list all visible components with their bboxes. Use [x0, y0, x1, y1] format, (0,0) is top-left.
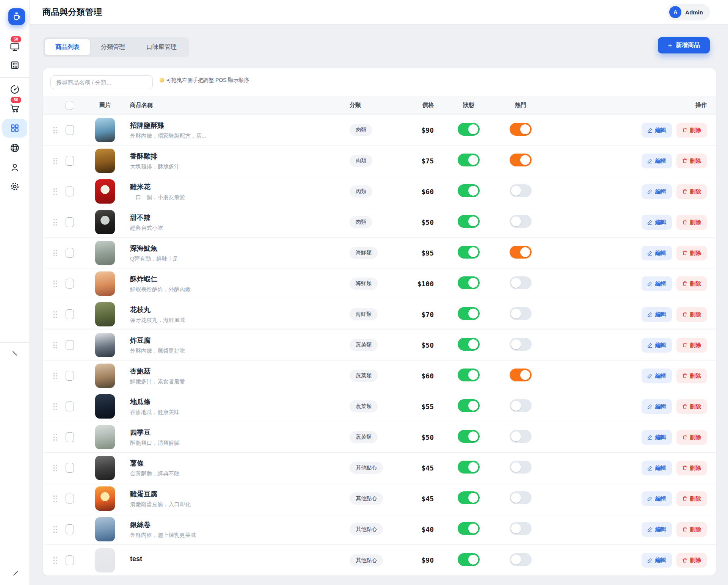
- status-toggle[interactable]: [458, 338, 480, 351]
- row-checkbox[interactable]: [66, 125, 74, 135]
- delete-button[interactable]: 刪除: [676, 491, 707, 506]
- status-toggle[interactable]: [458, 461, 480, 474]
- row-checkbox[interactable]: [66, 309, 74, 319]
- hot-toggle[interactable]: [510, 338, 532, 351]
- hot-toggle[interactable]: [510, 246, 532, 259]
- delete-button[interactable]: 刪除: [676, 215, 707, 230]
- hot-toggle[interactable]: [510, 399, 532, 412]
- tab-product-list[interactable]: 商品列表: [45, 39, 90, 55]
- delete-button[interactable]: 刪除: [676, 522, 707, 537]
- status-toggle[interactable]: [458, 522, 480, 535]
- sidebar-item-account[interactable]: [0, 162, 30, 173]
- status-toggle[interactable]: [458, 154, 480, 166]
- edit-button[interactable]: 編輯: [642, 307, 672, 322]
- delete-button[interactable]: 刪除: [676, 246, 707, 260]
- status-toggle[interactable]: [458, 215, 480, 228]
- delete-button[interactable]: 刪除: [676, 399, 707, 414]
- edit-button[interactable]: 編輯: [642, 276, 672, 291]
- delete-button[interactable]: 刪除: [676, 430, 707, 445]
- delete-button[interactable]: 刪除: [676, 276, 707, 291]
- drag-handle-icon[interactable]: [53, 249, 57, 257]
- drag-handle-icon[interactable]: [53, 157, 57, 165]
- row-checkbox[interactable]: [66, 217, 74, 227]
- status-toggle[interactable]: [458, 184, 480, 197]
- edit-button[interactable]: 編輯: [642, 461, 672, 475]
- tab-category-management[interactable]: 分類管理: [90, 39, 136, 55]
- drag-handle-icon[interactable]: [53, 126, 57, 134]
- edit-button[interactable]: 編輯: [642, 123, 672, 138]
- edit-button[interactable]: 編輯: [642, 369, 672, 383]
- row-checkbox[interactable]: [66, 555, 74, 565]
- sidebar-item-products[interactable]: [2, 119, 27, 138]
- sidebar-item-orders[interactable]: [0, 103, 30, 114]
- hot-toggle[interactable]: [510, 276, 532, 289]
- edit-button[interactable]: 編輯: [642, 399, 672, 414]
- row-checkbox[interactable]: [66, 432, 74, 442]
- edit-button[interactable]: 編輯: [642, 184, 672, 199]
- drag-handle-icon[interactable]: [53, 341, 57, 349]
- hot-toggle[interactable]: [510, 307, 532, 320]
- row-checkbox[interactable]: [66, 402, 74, 411]
- admin-chip[interactable]: A Admin: [667, 4, 710, 20]
- edit-button[interactable]: 編輯: [642, 246, 672, 260]
- row-checkbox[interactable]: [66, 524, 74, 534]
- search-input[interactable]: [50, 75, 153, 89]
- status-toggle[interactable]: [458, 307, 480, 320]
- drag-handle-icon[interactable]: [53, 557, 57, 564]
- row-checkbox[interactable]: [66, 248, 74, 258]
- add-product-button[interactable]: + 新增商品: [658, 37, 710, 53]
- tab-flavor-library[interactable]: 口味庫管理: [136, 39, 187, 55]
- status-toggle[interactable]: [458, 430, 480, 443]
- drag-handle-icon[interactable]: [53, 433, 57, 441]
- row-checkbox[interactable]: [66, 494, 74, 503]
- status-toggle[interactable]: [458, 246, 480, 259]
- drag-handle-icon[interactable]: [53, 372, 57, 380]
- edit-button[interactable]: 編輯: [642, 338, 672, 353]
- hot-toggle[interactable]: [510, 461, 532, 474]
- hot-toggle[interactable]: [510, 522, 532, 535]
- drag-handle-icon[interactable]: [53, 280, 57, 287]
- status-toggle[interactable]: [458, 399, 480, 412]
- drag-handle-icon[interactable]: [53, 403, 57, 410]
- delete-button[interactable]: 刪除: [676, 307, 707, 322]
- edit-button[interactable]: 編輯: [642, 154, 672, 168]
- row-checkbox[interactable]: [66, 463, 74, 473]
- row-checkbox[interactable]: [66, 371, 74, 381]
- drag-handle-icon[interactable]: [53, 525, 57, 533]
- hot-toggle[interactable]: [510, 553, 532, 566]
- hot-toggle[interactable]: [510, 184, 532, 197]
- status-toggle[interactable]: [458, 369, 480, 381]
- hot-toggle[interactable]: [510, 491, 532, 504]
- sidebar-item-calculator[interactable]: [0, 60, 30, 71]
- hot-toggle[interactable]: [510, 154, 532, 166]
- hot-toggle[interactable]: [510, 369, 532, 381]
- row-checkbox[interactable]: [66, 279, 74, 289]
- sidebar-item-site[interactable]: [0, 143, 30, 153]
- delete-button[interactable]: 刪除: [676, 338, 707, 353]
- hot-toggle[interactable]: [510, 215, 532, 228]
- row-checkbox[interactable]: [66, 156, 74, 166]
- drag-handle-icon[interactable]: [53, 464, 57, 472]
- status-toggle[interactable]: [458, 276, 480, 289]
- delete-button[interactable]: 刪除: [676, 184, 707, 199]
- status-toggle[interactable]: [458, 123, 480, 136]
- delete-button[interactable]: 刪除: [676, 461, 707, 475]
- edit-button[interactable]: 編輯: [642, 553, 672, 568]
- app-logo[interactable]: [8, 8, 25, 25]
- drag-handle-icon[interactable]: [53, 495, 57, 502]
- edit-button[interactable]: 編輯: [642, 215, 672, 230]
- sidebar-item-settings[interactable]: [0, 181, 30, 192]
- delete-button[interactable]: 刪除: [676, 553, 707, 568]
- edit-button[interactable]: 編輯: [642, 491, 672, 506]
- edit-button[interactable]: 編輯: [642, 430, 672, 445]
- delete-button[interactable]: 刪除: [676, 123, 707, 138]
- hot-toggle[interactable]: [510, 430, 532, 443]
- row-checkbox[interactable]: [66, 187, 74, 196]
- edit-button[interactable]: 編輯: [642, 522, 672, 537]
- status-toggle[interactable]: [458, 553, 480, 566]
- sidebar-item-pos[interactable]: [0, 42, 30, 52]
- delete-button[interactable]: 刪除: [676, 369, 707, 383]
- sidebar-item-dashboard[interactable]: [0, 84, 30, 95]
- row-checkbox[interactable]: [66, 340, 74, 350]
- delete-button[interactable]: 刪除: [676, 154, 707, 168]
